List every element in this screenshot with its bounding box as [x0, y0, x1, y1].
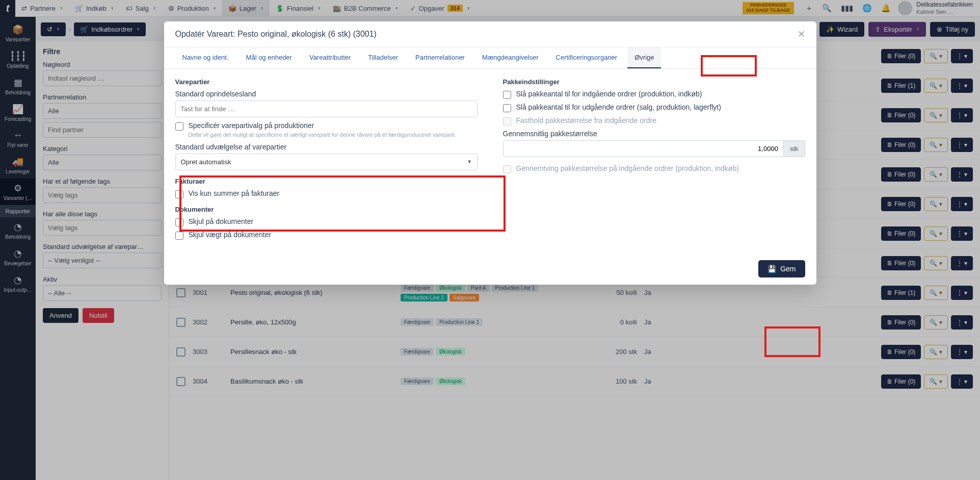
modal-tab-5[interactable]: Mængdeangivelser — [475, 47, 546, 68]
keep-checkbox — [503, 117, 511, 125]
in-label: Slå pakkeantal til for indgående ordrer … — [516, 90, 702, 98]
keep-label: Fasthold pakkestørrelse fra indgående or… — [516, 116, 656, 124]
modal-tab-1[interactable]: Mål og enheder — [239, 47, 299, 68]
std-sel-select[interactable]: Opret automatisk — [175, 154, 478, 170]
spec-label: Specificér varepartivalg på produktioner — [189, 121, 456, 130]
std-sel-label: Standard udvælgelse af varepartier — [175, 143, 478, 151]
origin-input[interactable] — [175, 100, 478, 117]
modal-tab-2[interactable]: Vareattributter — [302, 47, 358, 68]
avg-label: Gennemsnitlig pakkestørrelse — [503, 130, 805, 138]
out-checkbox[interactable] — [503, 104, 511, 112]
close-icon[interactable]: ✕ — [798, 29, 805, 40]
hidew-label: Skjul vægt på dokumenter — [189, 231, 272, 239]
force-label: Gennemtving pakkestørrelse på indgående … — [516, 164, 739, 172]
in-checkbox[interactable] — [503, 91, 511, 99]
modal-tab-7[interactable]: Øvrige — [627, 47, 661, 68]
sum-checkbox[interactable] — [175, 190, 183, 198]
spec-checkbox[interactable] — [175, 122, 183, 131]
modal-tab-3[interactable]: Tilladelser — [361, 47, 405, 68]
section-pakke: Pakkeindstillinger — [503, 78, 805, 86]
hide-checkbox[interactable] — [175, 218, 183, 226]
origin-label: Standard oprindelsesland — [175, 90, 478, 98]
force-checkbox — [503, 165, 511, 173]
unit-label: stk — [784, 140, 805, 157]
section-fakturaer: Fakturaer — [175, 178, 478, 185]
modal-tab-4[interactable]: Partnerrelationer — [408, 47, 472, 68]
spec-help: Dette vil gøre det muligt at specificere… — [189, 131, 456, 139]
save-button[interactable]: 💾 Gem — [758, 260, 805, 277]
modal-title: Opdatér Vareart: Pesto original, økologi… — [175, 30, 377, 39]
section-dokumenter: Dokumenter — [175, 206, 478, 213]
modal-tab-6[interactable]: Certificeringsorganer — [549, 47, 625, 68]
modal-tab-0[interactable]: Navne og ident. — [175, 47, 236, 68]
modal: Opdatér Vareart: Pesto original, økologi… — [164, 21, 816, 285]
section-varepartier: Varepartier — [175, 78, 478, 86]
sum-label: Vis kun summer på fakturaer — [189, 189, 280, 197]
avg-input[interactable] — [503, 140, 784, 157]
hidew-checkbox[interactable] — [175, 232, 183, 240]
out-label: Slå pakkeantal til for udgående ordrer (… — [516, 103, 721, 111]
hide-label: Skjul på dokumenter — [189, 217, 254, 225]
